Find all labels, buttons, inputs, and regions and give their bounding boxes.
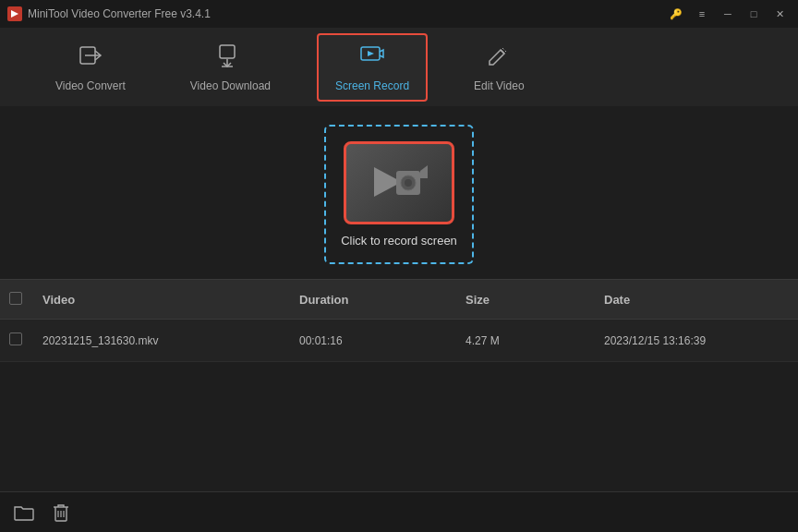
table-row: 20231215_131630.mkv 00:01:16 4.27 M 2023… (0, 320, 798, 362)
maximize-button[interactable]: □ (743, 5, 765, 23)
row-date: 2023/12/15 13:16:39 (604, 334, 789, 347)
app-title: MiniTool Video Converter Free v3.4.1 (28, 7, 211, 20)
menu-button[interactable]: ≡ (691, 5, 713, 23)
header-size: Size (466, 293, 604, 307)
header-duration: Duration (299, 293, 466, 307)
pin-button[interactable]: 🔑 (665, 5, 687, 23)
tab-video-download[interactable]: Video Download (172, 33, 289, 102)
header-checkbox-cell (9, 292, 42, 308)
close-button[interactable]: ✕ (768, 5, 791, 23)
svg-marker-4 (368, 51, 374, 56)
tab-video-download-label: Video Download (190, 79, 271, 92)
tab-edit-video[interactable]: Edit Video (455, 33, 543, 102)
row-size: 4.27 M (466, 334, 604, 347)
record-button-icon (367, 158, 431, 209)
tab-screen-record-label: Screen Record (335, 79, 409, 92)
nav-bar: Video Convert Video Download Screen Reco… (0, 28, 798, 106)
table-header: Video Duration Size Date (0, 279, 798, 320)
svg-marker-9 (420, 165, 428, 178)
title-bar-left: MiniTool Video Converter Free v3.4.1 (7, 6, 211, 21)
record-button[interactable] (344, 141, 454, 224)
open-folder-button[interactable] (11, 500, 37, 526)
convert-icon (78, 42, 103, 74)
header-video: Video (42, 293, 299, 307)
window-controls: 🔑 ≡ ─ □ ✕ (665, 5, 791, 23)
row-video-name: 20231215_131630.mkv (42, 334, 299, 347)
screen-record-icon (359, 42, 385, 74)
app-logo (7, 6, 22, 21)
tab-edit-video-label: Edit Video (474, 79, 525, 92)
header-checkbox[interactable] (9, 292, 22, 305)
row-checkbox-cell (9, 332, 42, 348)
record-area: Click to record screen (0, 125, 798, 264)
delete-button[interactable] (48, 500, 74, 526)
record-drop-zone: Click to record screen (324, 125, 474, 264)
svg-marker-0 (11, 10, 18, 18)
minimize-button[interactable]: ─ (717, 5, 739, 23)
title-bar: MiniTool Video Converter Free v3.4.1 🔑 ≡… (0, 0, 798, 28)
row-checkbox[interactable] (9, 332, 22, 345)
edit-video-icon (486, 42, 512, 74)
tab-video-convert[interactable]: Video Convert (37, 33, 144, 102)
bottom-bar (0, 491, 798, 532)
download-icon (217, 42, 243, 74)
tab-video-convert-label: Video Convert (55, 79, 126, 92)
table-container: Video Duration Size Date 20231215_131630… (0, 279, 798, 362)
svg-rect-2 (220, 45, 235, 58)
record-label: Click to record screen (341, 234, 457, 248)
tab-screen-record[interactable]: Screen Record (317, 33, 428, 102)
main-content: Click to record screen Video Duration Si… (0, 106, 798, 362)
row-duration: 00:01:16 (299, 334, 466, 347)
header-date: Date (604, 293, 789, 307)
svg-point-8 (405, 179, 412, 187)
